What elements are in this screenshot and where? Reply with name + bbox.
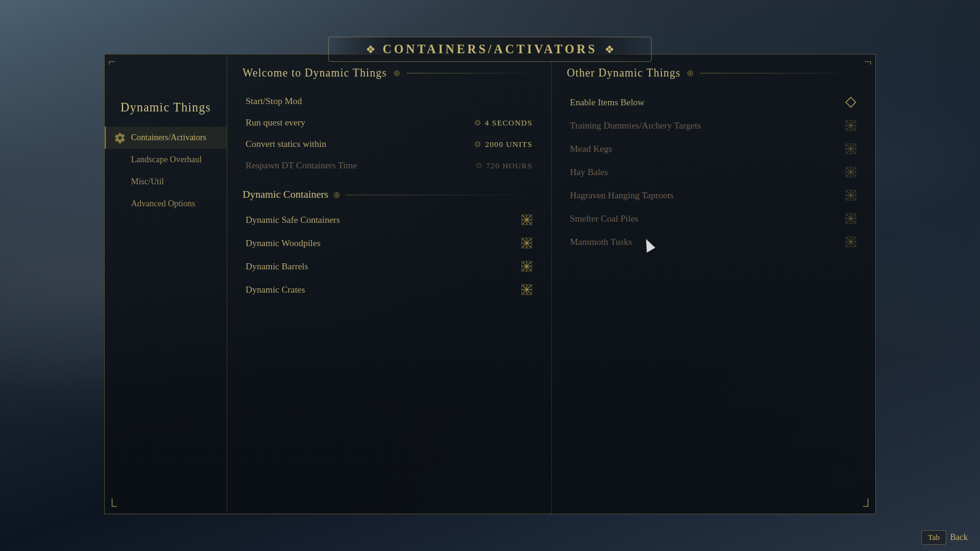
ui-container: ❖ CONTAINERS/ACTIVATORS ❖ ⌐ ¬ └ ┘ Dynami… bbox=[104, 37, 876, 514]
respawn-containers-text: 720 HOURS bbox=[486, 161, 533, 171]
sidebar-item-advanced[interactable]: Advanced Options bbox=[105, 193, 227, 215]
dynamic-containers-line bbox=[345, 195, 535, 195]
dynamic-safe-containers-item[interactable]: Dynamic Safe Containers bbox=[243, 208, 536, 231]
window-title: CONTAINERS/ACTIVATORS bbox=[383, 42, 597, 56]
training-dummies-label: Training Dummies/Archery Targets bbox=[570, 121, 701, 131]
training-dummies-toggle[interactable] bbox=[845, 119, 857, 132]
title-background: ❖ CONTAINERS/ACTIVATORS ❖ bbox=[328, 37, 652, 62]
start-stop-mod-item[interactable]: Start/Stop Mod bbox=[243, 91, 536, 112]
training-dummies-item[interactable]: Training Dummies/Archery Targets bbox=[567, 114, 861, 137]
title-ornament-left: ❖ bbox=[366, 43, 375, 56]
run-quest-text: 4 SECONDS bbox=[485, 118, 533, 128]
enable-items-label: Enable Items Below bbox=[570, 97, 645, 108]
content-area: Welcome to Dynamic Things ⊕ Start/Stop M… bbox=[227, 54, 875, 514]
convert-statics-icon: ⚙ bbox=[474, 140, 481, 149]
dynamic-woodpiles-item[interactable]: Dynamic Woodpiles bbox=[243, 231, 536, 255]
hagraven-taproots-label: Hagraven Hanging Taproots bbox=[570, 190, 674, 201]
respawn-containers-item[interactable]: Respawn DT Containers Time ⚙ 720 HOURS bbox=[243, 155, 536, 176]
smelter-coal-toggle[interactable] bbox=[845, 212, 857, 225]
dynamic-safe-containers-label: Dynamic Safe Containers bbox=[246, 215, 340, 225]
advanced-icon bbox=[114, 198, 126, 210]
run-quest-label: Run quest every bbox=[246, 118, 305, 128]
mammoth-tusks-toggle[interactable] bbox=[845, 236, 857, 248]
dynamic-crates-item[interactable]: Dynamic Crates bbox=[243, 278, 536, 301]
sidebar-item-containers-label: Containers/Activators bbox=[131, 133, 206, 143]
dynamic-safe-containers-toggle[interactable] bbox=[521, 214, 533, 226]
bottom-bar: Tab Back bbox=[921, 530, 968, 545]
respawn-containers-icon: ⚙ bbox=[475, 161, 483, 171]
misc-icon bbox=[114, 176, 126, 188]
other-section-title: Other Dynamic Things bbox=[567, 67, 681, 80]
tab-key: Tab bbox=[921, 530, 946, 545]
hay-bales-item[interactable]: Hay Bales bbox=[567, 160, 861, 184]
title-bar: ❖ CONTAINERS/ACTIVATORS ❖ bbox=[104, 37, 876, 62]
sidebar-item-misc[interactable]: Misc/Util bbox=[105, 171, 227, 193]
sidebar: Dynamic Things Containers/Activators Lan… bbox=[105, 54, 227, 514]
run-quest-item[interactable]: Run quest every ⚙ 4 SECONDS bbox=[243, 112, 536, 133]
respawn-containers-value: ⚙ 720 HOURS bbox=[475, 161, 533, 171]
mead-kegs-toggle[interactable] bbox=[845, 143, 857, 155]
mammoth-tusks-item[interactable]: Mammoth Tusks bbox=[567, 230, 861, 253]
welcome-section-line bbox=[407, 73, 536, 73]
run-quest-value: ⚙ 4 SECONDS bbox=[474, 118, 533, 128]
sidebar-item-landscape-label: Landscape Overhaul bbox=[131, 155, 202, 165]
convert-statics-label: Convert statics within bbox=[246, 139, 326, 149]
dynamic-barrels-label: Dynamic Barrels bbox=[246, 261, 308, 272]
run-quest-icon: ⚙ bbox=[474, 118, 481, 128]
enable-items-item[interactable]: Enable Items Below bbox=[567, 91, 861, 114]
dynamic-crates-label: Dynamic Crates bbox=[246, 285, 305, 295]
sidebar-item-containers[interactable]: Containers/Activators bbox=[105, 127, 227, 149]
dynamic-containers-title: Dynamic Containers bbox=[243, 189, 328, 201]
convert-statics-value: ⚙ 2000 UNITS bbox=[474, 140, 533, 149]
title-ornament-right: ❖ bbox=[605, 43, 614, 56]
welcome-section-ornament: ⊕ bbox=[393, 68, 401, 78]
sidebar-item-misc-label: Misc/Util bbox=[131, 177, 164, 187]
welcome-section-title: Welcome to Dynamic Things bbox=[243, 67, 387, 80]
svg-marker-20 bbox=[846, 97, 856, 107]
hay-bales-label: Hay Bales bbox=[570, 167, 608, 178]
smelter-coal-label: Smelter Coal Piles bbox=[570, 214, 639, 224]
main-panel: ⌐ ¬ └ ┘ Dynamic Things Containers/Activa… bbox=[104, 54, 876, 514]
mead-kegs-item[interactable]: Mead Kegs bbox=[567, 137, 861, 160]
respawn-containers-label: Respawn DT Containers Time bbox=[246, 160, 357, 171]
start-stop-label: Start/Stop Mod bbox=[246, 96, 302, 107]
sidebar-item-landscape[interactable]: Landscape Overhaul bbox=[105, 149, 227, 171]
mead-kegs-label: Mead Kegs bbox=[570, 144, 612, 154]
landscape-icon bbox=[114, 154, 126, 166]
smelter-coal-item[interactable]: Smelter Coal Piles bbox=[567, 207, 861, 230]
right-panel: Other Dynamic Things ⊕ Enable Items Belo… bbox=[552, 54, 876, 514]
other-section-ornament: ⊕ bbox=[687, 68, 694, 78]
dynamic-containers-header: Dynamic Containers ⊕ bbox=[243, 189, 536, 201]
other-section-header: Other Dynamic Things ⊕ bbox=[567, 67, 861, 80]
sidebar-item-advanced-label: Advanced Options bbox=[131, 199, 195, 209]
dynamic-barrels-item[interactable]: Dynamic Barrels bbox=[243, 255, 536, 278]
dynamic-woodpiles-toggle[interactable] bbox=[521, 237, 533, 249]
left-panel: Welcome to Dynamic Things ⊕ Start/Stop M… bbox=[227, 54, 552, 514]
hay-bales-toggle[interactable] bbox=[845, 166, 857, 178]
convert-statics-text: 2000 UNITS bbox=[485, 140, 533, 149]
back-label: Back bbox=[950, 533, 968, 542]
dynamic-containers-ornament: ⊕ bbox=[333, 190, 341, 200]
dynamic-woodpiles-label: Dynamic Woodpiles bbox=[246, 238, 320, 249]
mammoth-tusks-label: Mammoth Tusks bbox=[570, 237, 632, 247]
dynamic-crates-toggle[interactable] bbox=[521, 283, 533, 296]
dynamic-barrels-toggle[interactable] bbox=[521, 260, 533, 272]
convert-statics-item[interactable]: Convert statics within ⚙ 2000 UNITS bbox=[243, 133, 536, 155]
hagraven-taproots-toggle[interactable] bbox=[845, 189, 857, 201]
other-section-line bbox=[700, 73, 860, 73]
enable-items-toggle[interactable] bbox=[845, 96, 857, 108]
containers-icon bbox=[114, 132, 126, 144]
hagraven-taproots-item[interactable]: Hagraven Hanging Taproots bbox=[567, 184, 861, 207]
welcome-section-header: Welcome to Dynamic Things ⊕ bbox=[243, 67, 536, 80]
sidebar-title: Dynamic Things bbox=[105, 91, 227, 127]
